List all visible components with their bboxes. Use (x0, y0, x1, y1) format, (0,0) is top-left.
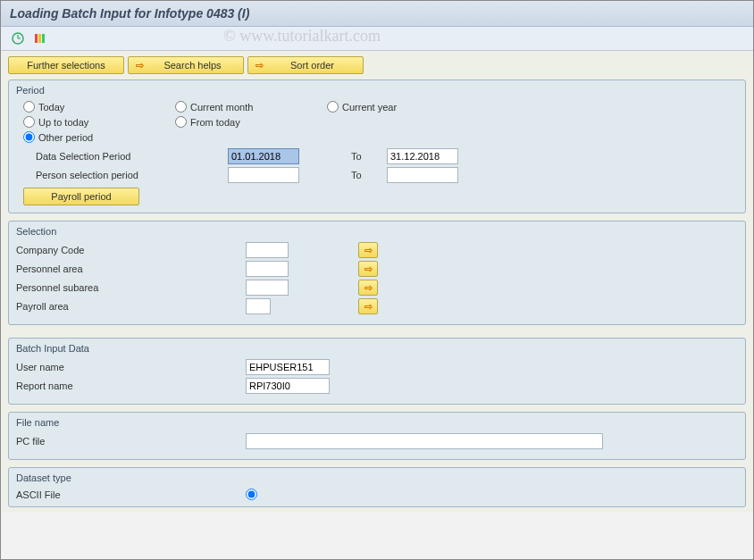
personnel-subarea-row: Personnel subarea ⇨ (16, 280, 738, 296)
data-selection-to-input[interactable] (387, 148, 458, 164)
period-title: Period (16, 83, 738, 97)
company-code-row: Company Code ⇨ (16, 242, 738, 258)
arrow-right-icon: ⇨ (364, 301, 373, 313)
arrow-right-icon: ⇨ (364, 263, 373, 275)
svg-rect-4 (38, 34, 41, 43)
person-selection-row: Person selection period To (36, 167, 738, 183)
user-name-input[interactable] (246, 359, 330, 375)
payroll-period-button[interactable]: Payroll period (23, 188, 139, 205)
radio-today[interactable]: Today (23, 101, 166, 113)
person-selection-to-input[interactable] (387, 167, 458, 183)
personnel-area-row: Personnel area ⇨ (16, 261, 738, 277)
arrow-right-icon: ⇨ (136, 60, 144, 71)
execute-icon[interactable] (10, 30, 26, 46)
dataset-type-title: Dataset type (16, 471, 738, 485)
radio-current-year[interactable]: Current year (327, 101, 470, 113)
radio-other-period-label: Other period (38, 132, 93, 143)
sort-order-label: Sort order (269, 60, 356, 71)
user-name-row: User name (16, 359, 738, 375)
batch-input-group: Batch Input Data User name Report name (8, 338, 746, 405)
variant-icon[interactable] (31, 30, 47, 46)
user-name-label: User name (16, 362, 246, 372)
company-code-input[interactable] (246, 242, 289, 258)
button-bar: Further selections ⇨ Search helps ⇨ Sort… (8, 56, 746, 74)
radio-current-year-label: Current year (342, 102, 397, 113)
personnel-area-more-button[interactable]: ⇨ (358, 261, 378, 277)
person-selection-label: Person selection period (36, 170, 228, 180)
svg-rect-3 (35, 34, 38, 43)
pc-file-label: PC file (16, 436, 246, 447)
radio-current-month[interactable]: Current month (175, 101, 318, 113)
radio-from-today[interactable]: From today (175, 116, 318, 128)
payroll-area-row: Payroll area ⇨ (16, 298, 738, 314)
radio-up-to-today[interactable]: Up to today (23, 116, 166, 128)
ascii-file-radio[interactable] (246, 489, 257, 500)
file-name-title: File name (16, 415, 738, 430)
personnel-subarea-input[interactable] (246, 280, 289, 296)
arrow-right-icon: ⇨ (364, 282, 373, 294)
payroll-area-more-button[interactable]: ⇨ (358, 298, 378, 314)
personnel-area-label: Personnel area (16, 263, 246, 274)
company-code-more-button[interactable]: ⇨ (358, 242, 378, 258)
payroll-area-input[interactable] (246, 298, 271, 314)
personnel-subarea-more-button[interactable]: ⇨ (358, 280, 378, 296)
ascii-file-row: ASCII File (16, 489, 738, 500)
selection-title: Selection (16, 224, 738, 238)
svg-rect-5 (42, 34, 45, 43)
report-name-label: Report name (16, 380, 246, 391)
person-selection-from-input[interactable] (228, 167, 299, 183)
radio-up-to-today-label: Up to today (38, 117, 88, 128)
data-selection-label: Data Selection Period (36, 151, 228, 162)
data-selection-from-input[interactable] (228, 148, 299, 164)
to-label-2: To (351, 170, 387, 180)
file-name-group: File name PC file (8, 412, 746, 460)
batch-input-title: Batch Input Data (16, 341, 738, 355)
personnel-area-input[interactable] (246, 261, 289, 277)
content-area: Further selections ⇨ Search helps ⇨ Sort… (1, 51, 753, 513)
search-helps-button[interactable]: ⇨ Search helps (128, 56, 244, 74)
personnel-subarea-label: Personnel subarea (16, 282, 246, 293)
toolbar (1, 27, 753, 51)
to-label-1: To (351, 151, 387, 162)
radio-today-label: Today (38, 102, 64, 113)
data-selection-row: Data Selection Period To (36, 148, 738, 164)
further-selections-button[interactable]: Further selections (8, 56, 124, 74)
sort-order-button[interactable]: ⇨ Sort order (247, 56, 364, 74)
dataset-type-group: Dataset type ASCII File (8, 467, 746, 507)
arrow-right-icon: ⇨ (256, 60, 264, 71)
report-name-input[interactable] (246, 378, 330, 394)
page-title: Loading Batch Input for Infotype 0483 (I… (10, 6, 744, 21)
ascii-file-label: ASCII File (16, 489, 246, 500)
pc-file-row: PC file (16, 433, 738, 449)
period-radio-grid: Today Current month Current year Up to t… (23, 101, 738, 143)
selection-group: Selection Company Code ⇨ Personnel area … (8, 221, 746, 325)
company-code-label: Company Code (16, 245, 246, 255)
arrow-right-icon: ⇨ (364, 245, 373, 256)
pc-file-input[interactable] (246, 433, 603, 449)
window-header: Loading Batch Input for Infotype 0483 (I… (1, 1, 753, 27)
radio-other-period[interactable]: Other period (23, 131, 166, 143)
search-helps-label: Search helps (149, 60, 236, 71)
radio-from-today-label: From today (190, 117, 240, 128)
radio-current-month-label: Current month (190, 102, 253, 113)
period-group: Period Today Current month Current year … (8, 79, 746, 213)
report-name-row: Report name (16, 378, 738, 394)
payroll-area-label: Payroll area (16, 301, 246, 312)
